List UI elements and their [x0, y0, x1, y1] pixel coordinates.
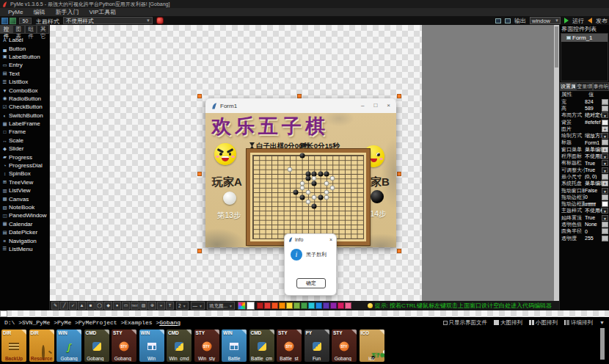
property-edit-button[interactable]: … [602, 228, 608, 234]
palette-color-swatch[interactable] [286, 302, 293, 309]
draw-tool-╱[interactable]: ╱ [60, 302, 68, 310]
draw-tool-text[interactable]: TEXT [131, 302, 139, 310]
file-card-battle[interactable]: WINBattle [222, 330, 247, 362]
file-strip-scrollbar[interactable] [600, 328, 605, 360]
palette-color-swatch[interactable] [308, 302, 315, 309]
property-value[interactable]: True [585, 167, 602, 172]
file-card-gobang[interactable]: WINʃGobang [56, 330, 81, 362]
skin-icon[interactable] [156, 17, 164, 24]
property-value[interactable]: 0 [585, 229, 602, 234]
selection-handle[interactable] [397, 94, 401, 98]
menu-item[interactable]: PyMe [3, 8, 28, 16]
dialog-ok-button[interactable]: 确定 [296, 278, 326, 288]
draw-tool-▲[interactable]: ▲ [78, 302, 86, 310]
property-value[interactable]: #efefef [585, 120, 602, 125]
property-color-swatch[interactable] [602, 201, 608, 207]
property-add-button[interactable]: + [602, 126, 608, 132]
widget-item-calendar[interactable]: ▦Calendar [0, 220, 49, 228]
widget-item-canvas[interactable]: ▩Canvas [0, 194, 49, 203]
widget-item-text[interactable]: ▤Text [0, 70, 49, 78]
draw-tool-●[interactable]: ● [113, 302, 121, 310]
palette-color-swatch[interactable] [301, 302, 307, 309]
widget-item-radiobutton[interactable]: ◉RadioButton [0, 95, 49, 103]
draw-tool-✓[interactable]: ✓ [69, 302, 77, 310]
file-card-fun[interactable]: PYFun [304, 330, 329, 362]
draw-tool-◯[interactable]: ◯ [95, 302, 103, 310]
file-card-win_cmd[interactable]: CMDWin_cmd [167, 330, 192, 362]
property-edit-button[interactable]: … [602, 139, 608, 145]
file-card-battle_cm[interactable]: CMDBattle_cm [249, 330, 274, 362]
property-dropdown-button[interactable]: ▼ [602, 153, 608, 159]
property-tab[interactable]: 事件响 [593, 82, 609, 91]
property-tab[interactable]: 设置属 [560, 82, 576, 91]
widget-item-spinbox[interactable]: ↕SpinBox [0, 170, 49, 178]
file-card-ico[interactable]: ICO五子棋ico [360, 330, 384, 362]
publish-button[interactable]: 发布 [596, 17, 608, 25]
selection-handle[interactable] [197, 249, 202, 253]
file-card-gobang_[interactable]: STYSTYGobang_ [332, 330, 357, 362]
widget-item-progress[interactable]: ▰Progress [0, 153, 49, 161]
property-value[interactable]: 0 [585, 194, 602, 200]
canvas-vertical-scrollbar[interactable] [554, 25, 559, 301]
gobang-board[interactable] [247, 149, 370, 245]
palette-color-swatch[interactable] [279, 302, 285, 309]
property-edit-button[interactable]: … [602, 236, 608, 241]
file-card-win_sty[interactable]: STYSTYWin_sty [194, 330, 219, 362]
dialog-close-icon[interactable]: × [329, 237, 332, 242]
property-edit-button[interactable]: … [602, 174, 608, 180]
property-value[interactable]: 绝对定位 [585, 112, 602, 119]
file-card-gobang_[interactable]: CMDGobang_ [84, 330, 109, 362]
widget-tab[interactable]: 组件 [25, 25, 37, 34]
layout-icon-2[interactable] [505, 18, 511, 23]
designed-form-window[interactable]: Form1 –□× 欢乐五子棋 白子出棋0分00秒 时长0分15秒 [205, 98, 396, 247]
palette-color-swatch[interactable] [293, 302, 300, 309]
widget-tab[interactable]: 控件 [0, 25, 12, 34]
widget-item-entry[interactable]: ▭Entry [0, 61, 49, 69]
selection-handle[interactable] [197, 94, 202, 98]
white-color-swatch[interactable] [247, 302, 255, 310]
property-value[interactable]: 589 [585, 106, 602, 111]
fill-color-select[interactable]: 填充颜...▼ [207, 302, 235, 310]
tree-node-form1[interactable]: Form_1 [561, 34, 608, 42]
widget-tab[interactable]: 图表 [12, 25, 25, 34]
draw-tool-■[interactable]: ■ [87, 302, 95, 310]
file-card-battle_st[interactable]: STYSTYBattle_st [277, 330, 302, 362]
widget-item-datepicker[interactable]: ▤DatePicker [0, 228, 49, 236]
property-edit-button[interactable]: … [602, 106, 608, 112]
minimize-icon[interactable]: – [361, 98, 364, 113]
only-ui-files-checkbox[interactable]: 只显示界面文件 [443, 319, 488, 327]
property-dropdown-button[interactable]: ▼ [602, 167, 608, 173]
palette-color-swatch[interactable] [271, 302, 278, 309]
widget-item-listview[interactable]: ▥ListView [0, 186, 49, 194]
widget-item-listbox[interactable]: ☰ListBox [0, 78, 49, 86]
draw-tool-◆[interactable]: ◆ [104, 302, 112, 310]
property-color-swatch[interactable] [602, 120, 608, 125]
property-value[interactable]: #ffffff [585, 202, 602, 207]
widget-item-combobox[interactable]: ▼ComboBox [0, 86, 49, 94]
draw-tool-▨[interactable]: ▨ [139, 302, 147, 310]
widget-item-frame[interactable]: □Frame [0, 128, 49, 136]
palette-color-swatch[interactable] [323, 302, 329, 309]
selection-handle[interactable] [397, 249, 401, 253]
property-tab[interactable]: 变量绑 [576, 82, 592, 91]
widget-item-labelbutton[interactable]: ▣LabelButton [0, 53, 49, 61]
property-dropdown-button[interactable]: ▼ [602, 188, 608, 194]
palette-color-swatch[interactable] [345, 302, 351, 309]
style-select[interactable]: 不使用样式▼ [63, 17, 153, 24]
draw-tool-✎[interactable]: ✎ [51, 302, 59, 310]
property-edit-button[interactable]: … [602, 194, 608, 200]
property-value[interactable]: 缩放方式 [585, 132, 602, 139]
property-add-button[interactable]: + [602, 147, 608, 153]
widget-item-checkbutton[interactable]: ☑CheckButton [0, 103, 49, 111]
property-value[interactable]: 824 [585, 99, 602, 104]
large-icons-option[interactable]: 大图排列 [494, 319, 522, 327]
file-card-backup[interactable]: DIRBackUp [1, 330, 26, 362]
small-icons-option[interactable]: 小图排列 [529, 319, 558, 327]
property-value[interactable]: True [585, 161, 602, 166]
widget-tab[interactable]: 其它 [37, 25, 49, 34]
property-value[interactable]: (0, 0) [585, 174, 602, 179]
property-value[interactable]: 不使用图标 [585, 153, 602, 160]
property-value[interactable]: 255 [585, 236, 602, 241]
property-add-button[interactable]: + [602, 181, 608, 186]
widget-item-navigation[interactable]: ≡Navigation [0, 236, 49, 244]
